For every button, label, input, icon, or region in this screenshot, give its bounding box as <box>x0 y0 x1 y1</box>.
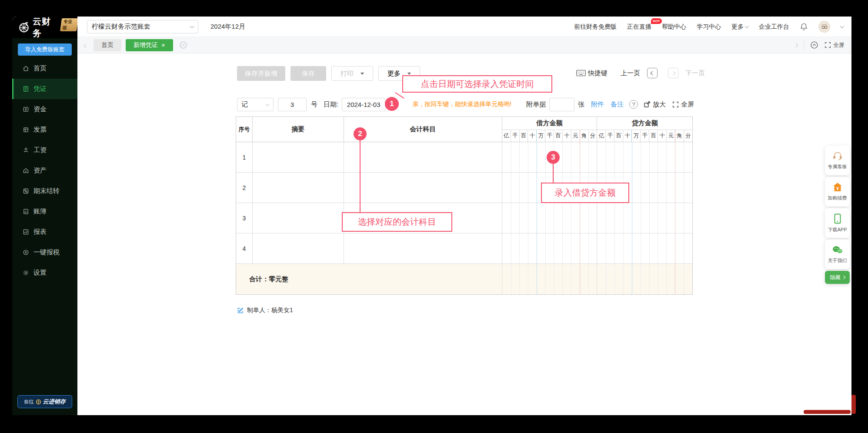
caret-down-icon <box>407 73 411 75</box>
tab-label: 新增凭证 <box>134 41 158 49</box>
summary-cell[interactable] <box>253 142 344 172</box>
digit-rule <box>632 173 632 203</box>
zoom-label: 放大 <box>653 100 666 109</box>
digit-rule <box>528 142 528 172</box>
chevron-down-icon[interactable] <box>840 24 845 28</box>
credit-digit-labels: 亿千百十万千百十元角分 <box>597 130 692 142</box>
period-label: 2024年12月 <box>210 23 245 31</box>
sidebar-item-home[interactable]: 首页 <box>12 58 77 79</box>
sidebar-item-reports[interactable]: 报表 <box>12 222 77 242</box>
sidebar-item-invoice[interactable]: 发票 <box>12 120 77 140</box>
fullscreen-toggle[interactable]: 全屏 <box>825 41 845 49</box>
account-cell[interactable] <box>344 173 502 203</box>
renew-cart-icon <box>832 182 843 192</box>
user-avatar[interactable] <box>818 21 830 33</box>
note-link[interactable]: 备注 <box>611 100 624 109</box>
next-page-button[interactable] <box>668 68 678 78</box>
debit-amount-cell[interactable] <box>502 233 598 263</box>
digit-rule <box>554 233 554 263</box>
shortcut-keys-button[interactable]: 快捷键 <box>576 69 608 77</box>
link-live[interactable]: 正在直播 HOT <box>627 23 651 31</box>
collapse-icon[interactable] <box>810 41 818 49</box>
brand-name: 云财务 <box>33 17 59 39</box>
digit-label: 角 <box>675 130 684 142</box>
link-more[interactable]: 更多 <box>731 23 748 31</box>
digit-rule <box>537 264 537 294</box>
sidebar-item-funds[interactable]: 资金 <box>12 99 77 120</box>
link-learn-center[interactable]: 学习中心 <box>697 23 721 31</box>
summary-cell[interactable] <box>253 203 344 233</box>
sidebar-item-salary[interactable]: 工资 <box>12 140 77 160</box>
save-button[interactable]: 保存 <box>290 66 326 81</box>
credit-amount-cell[interactable] <box>597 203 692 233</box>
download-app-card[interactable]: 下载APP <box>825 208 850 238</box>
sidebar-item-voucher[interactable]: 凭证 <box>12 79 77 99</box>
close-tab-icon[interactable]: × <box>161 42 165 48</box>
creator-label: 制单人：杨美女1 <box>247 306 293 314</box>
sidebar-item-tax[interactable]: 一键报税 <box>12 242 77 263</box>
customer-service-card[interactable]: 专属客服 <box>825 146 850 175</box>
account-set-select[interactable]: 柠檬云财务示范账套 <box>87 20 198 33</box>
digit-rule <box>641 203 641 233</box>
help-icon[interactable]: ? <box>629 100 638 109</box>
renew-card[interactable]: 加购续费 <box>825 177 850 207</box>
link-free-version[interactable]: 前往财务免费版 <box>574 23 617 31</box>
digit-rule <box>632 233 632 263</box>
tabs-scroll-right[interactable] <box>795 42 798 48</box>
digit-rule <box>684 203 684 233</box>
voucher-number-input[interactable] <box>278 98 307 111</box>
voucher-type-select[interactable]: 记 <box>237 98 274 111</box>
account-cell[interactable] <box>344 142 502 172</box>
edit-icon[interactable] <box>237 307 244 314</box>
digit-rule <box>623 142 624 172</box>
summary-cell[interactable] <box>253 173 344 203</box>
import-free-account-button[interactable]: 导入免费版账套 <box>18 43 72 56</box>
digit-label: 分 <box>684 130 692 142</box>
sidebar-item-assets[interactable]: 资产 <box>12 160 77 181</box>
sidebar-item-ledger[interactable]: 账簿 <box>12 201 77 222</box>
account-cell[interactable] <box>344 233 502 263</box>
link-help-center[interactable]: 帮助中心 <box>662 23 686 31</box>
notification-bell-icon[interactable] <box>800 23 808 31</box>
sidebar-item-label: 资金 <box>33 105 47 113</box>
tab-actions-icon[interactable] <box>179 41 187 49</box>
summary-cell[interactable] <box>253 233 344 263</box>
digit-rule <box>519 264 520 294</box>
credit-amount-cell[interactable] <box>597 233 692 263</box>
digit-rule <box>675 203 675 233</box>
annotation-circle-step2: 2 <box>354 127 367 140</box>
digit-rule <box>666 142 667 172</box>
attach-count-input[interactable] <box>549 98 574 111</box>
debit-amount-cell[interactable] <box>502 203 598 233</box>
link-enterprise-workbench[interactable]: 企业工作台 <box>759 23 789 31</box>
table-fullscreen-button[interactable]: 全屏 <box>672 100 694 109</box>
digit-rule <box>580 203 580 233</box>
credit-amount-cell[interactable] <box>597 142 692 172</box>
sidebar-item-settings[interactable]: 设置 <box>12 263 77 283</box>
digit-label: 百 <box>554 130 563 142</box>
fullscreen-label: 全屏 <box>833 41 845 49</box>
attachment-link[interactable]: 附件 <box>591 100 604 109</box>
print-dropdown-button[interactable]: 打印 <box>331 66 373 81</box>
sidebar-item-period-end[interactable]: 期末结转 <box>12 181 77 201</box>
digit-rule <box>658 233 658 263</box>
float-card-label: 专属客服 <box>828 163 847 170</box>
more-label: 更多 <box>387 70 401 78</box>
digit-rule <box>545 233 546 263</box>
tab-home[interactable]: 首页 <box>93 39 121 51</box>
digit-label: 千 <box>641 130 649 142</box>
goto-cloud-inventory-button[interactable]: 前往 云进销存 <box>17 395 72 408</box>
save-and-new-button[interactable]: 保存并新增 <box>237 66 285 81</box>
vertical-scrollbar-thumb[interactable] <box>851 395 856 414</box>
tabs-scroll-left[interactable] <box>84 41 87 49</box>
prev-page-button[interactable] <box>647 68 658 78</box>
horizontal-scrollbar-thumb[interactable] <box>804 410 851 414</box>
zoom-in-button[interactable]: 放大 <box>644 100 666 109</box>
row-seq: 3 <box>236 203 253 233</box>
about-us-card[interactable]: 关于我们 <box>825 240 850 269</box>
voucher-date-input[interactable] <box>342 98 385 111</box>
tab-new-voucher[interactable]: 新增凭证 × <box>126 39 173 51</box>
cloud-btn-prefix: 前往 <box>24 399 34 405</box>
hide-float-menu-button[interactable]: 隐藏 <box>825 271 850 284</box>
divider <box>804 41 804 50</box>
